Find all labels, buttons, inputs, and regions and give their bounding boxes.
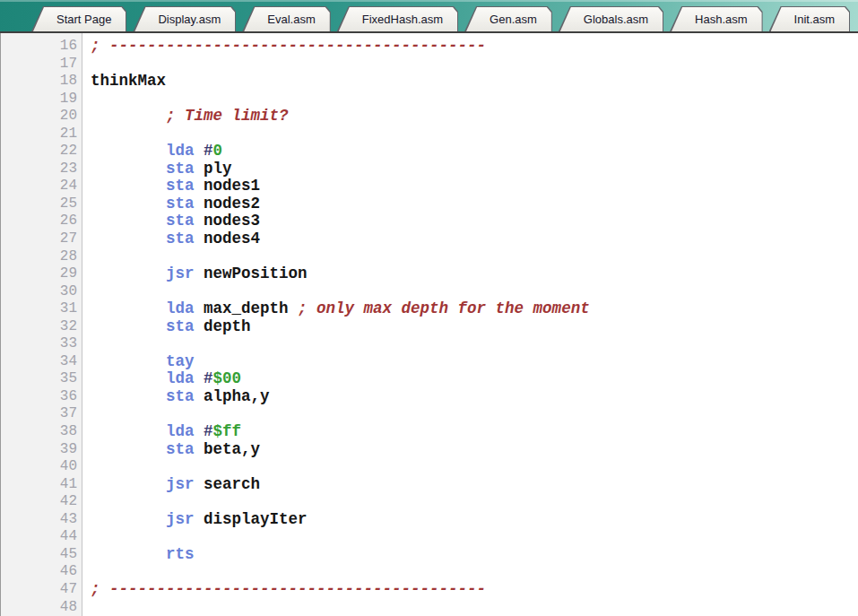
- tab-gen-asm[interactable]: Gen.asm: [464, 6, 552, 31]
- tab-eval-asm[interactable]: Eval.asm: [242, 6, 330, 31]
- line-number: 34: [1, 353, 82, 371]
- tab-fixedhash-asm[interactable]: FixedHash.asm: [337, 6, 458, 31]
- code-line[interactable]: lda #0: [91, 143, 858, 161]
- code-line[interactable]: sta depth: [91, 318, 858, 336]
- tab-face: Display.asm: [134, 7, 235, 31]
- code-line[interactable]: [91, 335, 858, 353]
- code-line[interactable]: rts: [91, 546, 858, 564]
- line-number: 19: [1, 91, 82, 108]
- whitespace: [195, 317, 204, 335]
- whitespace: [91, 475, 166, 493]
- tab-display-asm[interactable]: Display.asm: [133, 6, 236, 31]
- code-line[interactable]: sta nodes3: [91, 213, 858, 230]
- token-ident: newPosition: [204, 265, 308, 282]
- token-label: thinkMax: [91, 72, 166, 90]
- code-line[interactable]: [91, 248, 858, 266]
- code-line[interactable]: sta alpha,y: [91, 388, 858, 406]
- line-number: 27: [1, 230, 82, 248]
- code-line[interactable]: sta beta,y: [91, 441, 858, 459]
- whitespace: [195, 510, 204, 528]
- tab-label: FixedHash.asm: [362, 13, 443, 26]
- code-line[interactable]: sta nodes1: [91, 178, 858, 195]
- token-opcode: tay: [166, 352, 195, 370]
- code-line[interactable]: [91, 283, 858, 301]
- code-line[interactable]: [91, 563, 858, 581]
- tab-label: Gen.asm: [490, 13, 537, 26]
- whitespace: [91, 317, 166, 335]
- code-line[interactable]: [91, 91, 858, 108]
- code-line[interactable]: lda #$00: [91, 370, 858, 388]
- code-area[interactable]: ; --------------------------------------…: [82, 33, 858, 616]
- code-line[interactable]: jsr newPosition: [91, 265, 858, 283]
- line-number: 44: [1, 528, 82, 546]
- token-opcode: lda: [166, 142, 195, 160]
- whitespace: [91, 440, 166, 458]
- token-opcode: lda: [166, 299, 195, 317]
- whitespace: [91, 177, 166, 195]
- code-line[interactable]: [91, 528, 858, 546]
- token-ident: beta,y: [204, 440, 260, 458]
- tab-label: Eval.asm: [267, 13, 315, 26]
- code-line[interactable]: ; --------------------------------------…: [91, 581, 858, 599]
- code-line[interactable]: [91, 458, 858, 476]
- token-imm: #: [204, 142, 213, 160]
- line-number: 40: [1, 458, 82, 476]
- whitespace: [91, 422, 166, 440]
- line-number: 31: [1, 300, 82, 318]
- line-number: 47: [1, 581, 82, 599]
- code-line[interactable]: [91, 493, 858, 511]
- code-line[interactable]: [91, 405, 858, 423]
- tab-init-asm[interactable]: Init.asm: [769, 6, 851, 31]
- whitespace: [195, 177, 204, 195]
- line-number: 45: [1, 546, 82, 564]
- line-number: 22: [1, 143, 82, 161]
- code-line[interactable]: [91, 126, 858, 143]
- code-line[interactable]: [91, 599, 858, 616]
- whitespace: [91, 160, 166, 178]
- code-line[interactable]: lda max_depth ; only max depth for the m…: [91, 300, 858, 318]
- token-ident: alpha,y: [204, 387, 270, 405]
- token-ident: displayIter: [204, 510, 308, 528]
- token-num: 0: [213, 142, 223, 160]
- code-line[interactable]: ; --------------------------------------…: [91, 38, 858, 56]
- tab-globals-asm[interactable]: Globals.asm: [559, 6, 663, 31]
- code-line[interactable]: sta nodes2: [91, 195, 858, 213]
- line-number: 32: [1, 318, 82, 336]
- tab-hash-asm[interactable]: Hash.asm: [670, 6, 763, 31]
- tab-label: Init.asm: [794, 13, 836, 26]
- code-line[interactable]: ; Time limit?: [91, 108, 858, 126]
- code-line[interactable]: jsr search: [91, 476, 858, 494]
- whitespace: [91, 510, 166, 528]
- line-number: 46: [1, 563, 82, 581]
- line-number: 30: [1, 283, 82, 301]
- whitespace: [91, 545, 166, 563]
- tab-label: Display.asm: [158, 13, 221, 26]
- whitespace: [195, 142, 204, 160]
- whitespace: [289, 299, 299, 317]
- code-line[interactable]: thinkMax: [91, 73, 858, 91]
- token-comment: ; --------------------------------------…: [91, 580, 486, 598]
- whitespace: [91, 142, 166, 160]
- tab-bar: Start PageDisplay.asmEval.asmFixedHash.a…: [0, 0, 858, 33]
- token-comment: ; Time limit?: [166, 107, 289, 125]
- tab-face: Globals.asm: [560, 7, 663, 31]
- tab-start-page[interactable]: Start Page: [31, 6, 126, 31]
- token-ident: nodes1: [204, 177, 260, 195]
- line-number: 16: [1, 38, 82, 56]
- token-num: $ff: [213, 422, 242, 440]
- line-number: 35: [1, 370, 82, 388]
- code-line[interactable]: jsr displayIter: [91, 511, 858, 529]
- line-number: 24: [1, 178, 82, 195]
- code-line[interactable]: lda #$ff: [91, 423, 858, 441]
- token-opcode: sta: [166, 387, 195, 405]
- code-line[interactable]: [91, 56, 858, 74]
- code-line[interactable]: sta ply: [91, 161, 858, 178]
- code-line[interactable]: tay: [91, 353, 858, 371]
- tab-face: Eval.asm: [244, 7, 329, 31]
- line-number: 21: [1, 126, 82, 143]
- line-number-gutter: 1617181920212223242526272829303132333435…: [1, 33, 82, 616]
- line-number: 25: [1, 195, 82, 213]
- whitespace: [195, 387, 204, 405]
- line-number: 36: [1, 388, 82, 406]
- code-line[interactable]: sta nodes4: [91, 230, 858, 248]
